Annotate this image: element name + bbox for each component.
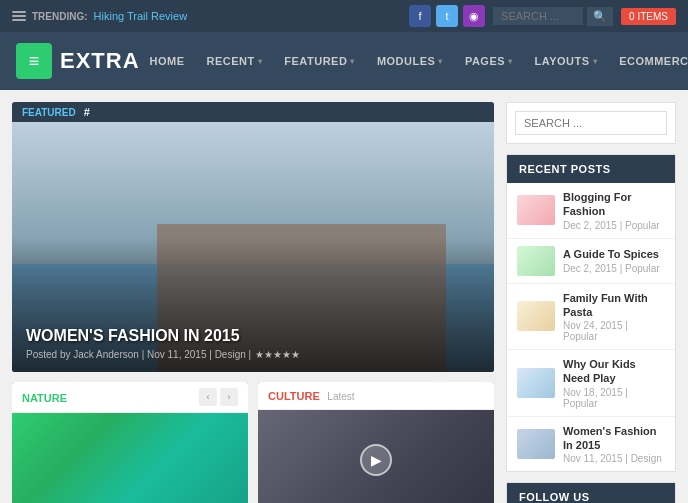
- recent-post-title-1: Blogging For Fashion: [563, 190, 665, 219]
- sidebar-search-box: [506, 102, 676, 144]
- culture-sublabel: Latest: [327, 391, 354, 402]
- nature-card-title: NATURE: [22, 390, 67, 405]
- trending-link[interactable]: Hiking Trail Review: [94, 10, 188, 22]
- nav-recent[interactable]: RECENT▾: [197, 47, 273, 75]
- main-nav: HOME RECENT▾ FEATURED▾ MODULES▾ PAGES▾ L…: [140, 47, 688, 75]
- recent-post-title-5: Women's Fashion In 2015: [563, 424, 665, 453]
- recent-post-info-1: Blogging For Fashion Dec 2, 2015 | Popul…: [563, 190, 665, 231]
- search-button-top[interactable]: 🔍: [587, 7, 613, 26]
- follow-us-title: FOLLOW US: [507, 483, 675, 503]
- hero-content: WOMEN'S FASHION IN 2015 Posted by Jack A…: [12, 315, 494, 372]
- nature-next-button[interactable]: ›: [220, 388, 238, 406]
- hero-section: featured # WOMEN'S FASHION IN 2015 Poste…: [12, 102, 494, 372]
- culture-image: ▶: [258, 410, 494, 503]
- recent-post-title-4: Why Our Kids Need Play: [563, 357, 665, 386]
- nav-home[interactable]: HOME: [140, 47, 195, 75]
- recent-post-3[interactable]: Family Fun With Pasta Nov 24, 2015 | Pop…: [507, 284, 675, 351]
- instagram-icon[interactable]: ◉: [463, 5, 485, 27]
- nav-pages[interactable]: PAGES▾: [455, 47, 523, 75]
- culture-label: CULTURE: [268, 390, 320, 402]
- cart-button[interactable]: 0 ITEMS: [621, 8, 676, 25]
- top-bar-right: f t ◉ 🔍 0 ITEMS: [409, 5, 676, 27]
- recent-posts-section: RECENT POSTS Blogging For Fashion Dec 2,…: [506, 154, 676, 472]
- culture-card-header: CULTURE Latest: [258, 382, 494, 410]
- recent-post-4[interactable]: Why Our Kids Need Play Nov 18, 2015 | Po…: [507, 350, 675, 417]
- hamburger-icon[interactable]: [12, 11, 26, 21]
- recent-post-title-3: Family Fun With Pasta: [563, 291, 665, 320]
- content-area: featured # WOMEN'S FASHION IN 2015 Poste…: [12, 102, 494, 503]
- follow-us-section: FOLLOW US f FACEBOOK g+ GOOGLE+ ▶ YOUTUB…: [506, 482, 676, 503]
- recent-post-info-4: Why Our Kids Need Play Nov 18, 2015 | Po…: [563, 357, 665, 409]
- logo-icon: ≡: [16, 43, 52, 79]
- facebook-icon[interactable]: f: [409, 5, 431, 27]
- featured-num: #: [84, 106, 90, 118]
- featured-label: featured: [22, 107, 76, 118]
- nature-card: NATURE ‹ ›: [12, 382, 248, 503]
- logo-text: EXTRA: [60, 48, 140, 74]
- recent-post-meta-4: Nov 18, 2015 | Popular: [563, 387, 665, 409]
- culture-card-title: CULTURE Latest: [268, 388, 355, 403]
- nav-layouts[interactable]: LAYOUTS▾: [525, 47, 608, 75]
- hero-stars: ★★★★★: [255, 349, 300, 360]
- recent-post-meta-2: Dec 2, 2015 | Popular: [563, 263, 665, 274]
- sidebar: RECENT POSTS Blogging For Fashion Dec 2,…: [506, 102, 676, 503]
- recent-post-2[interactable]: A Guide To Spices Dec 2, 2015 | Popular: [507, 239, 675, 284]
- main-container: featured # WOMEN'S FASHION IN 2015 Poste…: [0, 90, 688, 503]
- recent-post-info-3: Family Fun With Pasta Nov 24, 2015 | Pop…: [563, 291, 665, 343]
- trending-label: TRENDING:: [32, 11, 88, 22]
- hero-title: WOMEN'S FASHION IN 2015: [26, 327, 480, 345]
- hero-meta: Posted by Jack Anderson | Nov 11, 2015 |…: [26, 349, 480, 360]
- search-input-top[interactable]: [493, 7, 583, 25]
- nature-card-header: NATURE ‹ ›: [12, 382, 248, 413]
- nav-featured[interactable]: FEATURED▾: [274, 47, 365, 75]
- recent-post-meta-1: Dec 2, 2015 | Popular: [563, 220, 665, 231]
- recent-post-1[interactable]: Blogging For Fashion Dec 2, 2015 | Popul…: [507, 183, 675, 239]
- recent-post-thumb-3: [517, 301, 555, 331]
- recent-post-info-5: Women's Fashion In 2015 Nov 11, 2015 | D…: [563, 424, 665, 465]
- recent-post-thumb-2: [517, 246, 555, 276]
- recent-post-meta-3: Nov 24, 2015 | Popular: [563, 320, 665, 342]
- nature-label: NATURE: [22, 392, 67, 404]
- top-bar: TRENDING: Hiking Trail Review f t ◉ 🔍 0 …: [0, 0, 688, 32]
- play-button[interactable]: ▶: [360, 444, 392, 476]
- sidebar-search-input[interactable]: [515, 111, 667, 135]
- social-icons: f t ◉: [409, 5, 485, 27]
- trending-section: TRENDING: Hiking Trail Review: [12, 10, 187, 22]
- recent-post-title-2: A Guide To Spices: [563, 247, 665, 261]
- nav-ecommerce[interactable]: ECOMMERCE: [609, 47, 688, 75]
- logo-symbol: ≡: [29, 51, 40, 72]
- recent-post-5[interactable]: Women's Fashion In 2015 Nov 11, 2015 | D…: [507, 417, 675, 472]
- search-bar-top: 🔍: [493, 7, 613, 26]
- twitter-icon[interactable]: t: [436, 5, 458, 27]
- recent-post-thumb-4: [517, 368, 555, 398]
- nature-prev-button[interactable]: ‹: [199, 388, 217, 406]
- nature-image: [12, 413, 248, 503]
- recent-post-info-2: A Guide To Spices Dec 2, 2015 | Popular: [563, 247, 665, 273]
- nature-nav-arrows: ‹ ›: [199, 388, 238, 406]
- header: ≡ EXTRA HOME RECENT▾ FEATURED▾ MODULES▾ …: [0, 32, 688, 90]
- recent-post-meta-5: Nov 11, 2015 | Design: [563, 453, 665, 464]
- recent-posts-title: RECENT POSTS: [507, 155, 675, 183]
- recent-post-thumb-5: [517, 429, 555, 459]
- bottom-grid: NATURE ‹ › CULTURE Latest: [12, 382, 494, 503]
- culture-card: CULTURE Latest ▶: [258, 382, 494, 503]
- featured-strip: featured #: [12, 102, 494, 122]
- nav-modules[interactable]: MODULES▾: [367, 47, 453, 75]
- logo[interactable]: ≡ EXTRA: [16, 43, 140, 79]
- recent-post-thumb-1: [517, 195, 555, 225]
